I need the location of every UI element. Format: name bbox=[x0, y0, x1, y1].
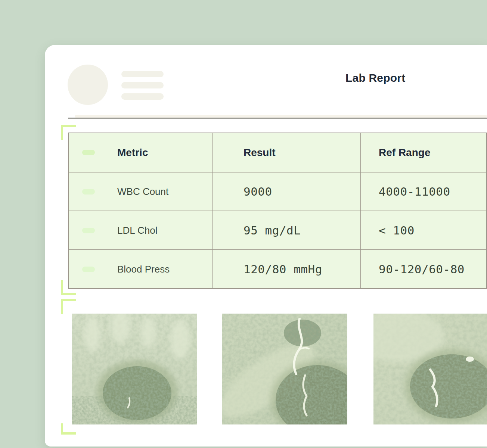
histology-scan-1[interactable] bbox=[72, 314, 197, 424]
result-value: 95 mg/dL bbox=[212, 211, 361, 250]
metric-label: Blood Press bbox=[117, 264, 170, 275]
table-row: Blood Press 120/80 mmHg 90-120/60-80 bbox=[68, 250, 487, 289]
metric-cell: Blood Press bbox=[68, 250, 212, 289]
header-divider bbox=[68, 118, 487, 119]
histology-image bbox=[72, 314, 197, 424]
ref-range-value: 4000-11000 bbox=[361, 172, 487, 211]
ref-range-value: < 100 bbox=[361, 211, 487, 250]
page-title: Lab Report bbox=[345, 72, 405, 84]
row-marker-icon bbox=[82, 267, 95, 272]
corner-bracket-images-top-icon bbox=[61, 299, 76, 314]
histology-image bbox=[373, 314, 487, 424]
column-header-result: Result bbox=[212, 133, 361, 172]
column-header-ref-range: Ref Range bbox=[361, 133, 487, 172]
header-divider-highlight bbox=[75, 115, 487, 118]
column-header-metric: Metric bbox=[117, 147, 148, 159]
table-row: WBC Count 9000 4000-11000 bbox=[68, 172, 487, 211]
table-row: LDL Chol 95 mg/dL < 100 bbox=[68, 211, 487, 250]
lab-results-table: Metric Result Ref Range WBC Count 9000 4… bbox=[68, 133, 487, 289]
metric-cell: WBC Count bbox=[68, 172, 212, 211]
placeholder-line bbox=[121, 71, 164, 77]
row-marker-icon bbox=[82, 150, 95, 155]
text-lines-icon bbox=[121, 71, 164, 105]
result-value: 120/80 mmHg bbox=[212, 250, 361, 289]
report-card: Lab Report Metric Result Ref Range bbox=[45, 45, 487, 447]
histology-scan-3[interactable] bbox=[373, 314, 487, 424]
result-value: 9000 bbox=[212, 172, 361, 211]
row-marker-icon bbox=[82, 189, 95, 195]
histology-scan-2[interactable] bbox=[222, 314, 347, 424]
row-marker-icon bbox=[82, 228, 95, 233]
column-header-metric-cell: Metric bbox=[68, 133, 212, 172]
corner-bracket-images-bottom-icon bbox=[61, 423, 76, 435]
placeholder-line bbox=[121, 93, 164, 100]
metric-label: WBC Count bbox=[117, 186, 168, 197]
table-header-row: Metric Result Ref Range bbox=[68, 133, 487, 172]
metric-label: LDL Chol bbox=[117, 225, 157, 236]
histology-image bbox=[222, 314, 347, 424]
ref-range-value: 90-120/60-80 bbox=[361, 250, 487, 289]
placeholder-line bbox=[121, 82, 164, 88]
metric-cell: LDL Chol bbox=[68, 211, 212, 250]
avatar-placeholder-icon bbox=[68, 65, 108, 105]
